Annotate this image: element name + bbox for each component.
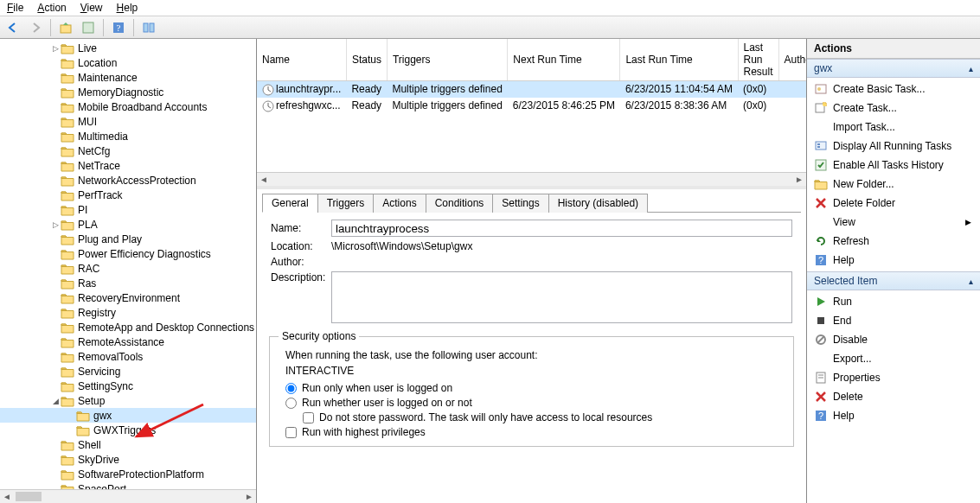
- tab-history[interactable]: History (disabled): [548, 194, 648, 213]
- folder-new-icon: [814, 177, 828, 191]
- action-label: Delete: [833, 391, 863, 403]
- actions-section-selected[interactable]: Selected Item▴: [807, 271, 980, 290]
- action-import-task[interactable]: Import Task...: [807, 118, 980, 137]
- menu-help[interactable]: Help: [117, 2, 138, 14]
- svg-rect-14: [817, 143, 820, 145]
- tree-item-shell[interactable]: Shell: [0, 437, 256, 452]
- help-icon: ?: [814, 409, 828, 423]
- tab-actions[interactable]: Actions: [373, 194, 426, 213]
- tree-item-plug-and-play[interactable]: Plug and Play: [0, 232, 256, 246]
- task-new-icon: [814, 101, 828, 115]
- tab-general[interactable]: General: [262, 194, 318, 213]
- tree-item-rac[interactable]: RAC: [0, 261, 256, 276]
- action-help[interactable]: ?Help: [807, 251, 980, 270]
- tree-item-power-efficiency-diagnostics[interactable]: Power Efficiency Diagnostics: [0, 246, 256, 261]
- tree-item-label: MUI: [78, 116, 97, 128]
- folder-icon: [61, 380, 74, 392]
- folder-icon: [61, 395, 74, 407]
- security-legend: Security options: [279, 330, 359, 342]
- task-row[interactable]: launchtraypr...ReadyMultiple triggers de…: [257, 81, 806, 98]
- tree-item-netcfg[interactable]: NetCfg: [0, 143, 256, 158]
- tab-triggers[interactable]: Triggers: [317, 194, 375, 213]
- col-last-run-time[interactable]: Last Run Time: [620, 39, 738, 81]
- folder-icon: [61, 307, 74, 319]
- tree-item-servicing[interactable]: Servicing: [0, 364, 256, 379]
- tree-item-recoveryenvironment[interactable]: RecoveryEnvironment: [0, 290, 256, 305]
- menu-file[interactable]: File: [7, 2, 23, 14]
- col-author[interactable]: Author: [778, 39, 806, 81]
- tree-item-gwx[interactable]: gwx: [0, 408, 256, 423]
- tree-item-removaltools[interactable]: RemovalTools: [0, 349, 256, 364]
- action-run[interactable]: Run: [807, 292, 980, 311]
- action-enable-all-tasks-history[interactable]: Enable All Tasks History: [807, 156, 980, 175]
- action-create-task[interactable]: Create Task...: [807, 99, 980, 118]
- action-end[interactable]: End: [807, 311, 980, 330]
- task-row[interactable]: refreshgwxc...ReadyMultiple triggers def…: [257, 98, 806, 114]
- tree-item-pi[interactable]: PI: [0, 202, 256, 217]
- tree-item-label: RemoteAssistance: [78, 336, 164, 348]
- tree-item-perftrack[interactable]: PerfTrack: [0, 188, 256, 202]
- tree-item-settingsync[interactable]: SettingSync: [0, 379, 256, 393]
- action-new-folder[interactable]: New Folder...: [807, 175, 980, 194]
- tree-item-mobile-broadband-accounts[interactable]: Mobile Broadband Accounts: [0, 99, 256, 114]
- toolbar: ?: [0, 16, 980, 39]
- col-triggers[interactable]: Triggers: [387, 39, 507, 81]
- col-last-run-result[interactable]: Last Run Result: [738, 39, 778, 81]
- check-no-store-password[interactable]: [303, 412, 314, 423]
- tree-item-skydrive[interactable]: SkyDrive: [0, 452, 256, 467]
- tree-item-pla[interactable]: ▷PLA: [0, 217, 256, 232]
- action-display-all-running-tasks[interactable]: Display All Running Tasks: [807, 137, 980, 156]
- menu-view[interactable]: View: [80, 2, 103, 14]
- action-view[interactable]: View▶: [807, 213, 980, 232]
- svg-rect-19: [817, 317, 824, 324]
- col-status[interactable]: Status: [346, 39, 387, 81]
- action-refresh[interactable]: Refresh: [807, 232, 980, 251]
- panes-button[interactable]: [139, 18, 158, 37]
- check-highest-priv[interactable]: [285, 427, 297, 438]
- col-name[interactable]: Name: [257, 39, 346, 81]
- tab-settings[interactable]: Settings: [492, 194, 548, 213]
- tree-item-networkaccessprotection[interactable]: NetworkAccessProtection: [0, 173, 256, 188]
- name-field[interactable]: [331, 220, 792, 237]
- action-export[interactable]: Export...: [807, 349, 980, 368]
- tree-item-live[interactable]: ▷Live: [0, 41, 256, 55]
- tree-scrollbar[interactable]: ◄►: [0, 489, 256, 503]
- tree-item-gwxtriggers[interactable]: GWXTriggers: [0, 423, 256, 437]
- tree-item-location[interactable]: Location: [0, 55, 256, 70]
- back-button[interactable]: [3, 18, 22, 37]
- properties-button[interactable]: [79, 18, 98, 37]
- tree-item-nettrace[interactable]: NetTrace: [0, 158, 256, 173]
- folder-icon: [61, 204, 74, 216]
- tree-item-maintenance[interactable]: Maintenance: [0, 70, 256, 85]
- expander-icon[interactable]: ▷: [50, 44, 61, 53]
- actions-section-gwx[interactable]: gwx▴: [807, 59, 980, 78]
- col-next-run-time[interactable]: Next Run Time: [508, 39, 620, 81]
- tree-item-mui[interactable]: MUI: [0, 114, 256, 129]
- expander-icon[interactable]: ◢: [50, 397, 61, 405]
- tree-item-softwareprotectionplatform[interactable]: SoftwareProtectionPlatform: [0, 467, 256, 481]
- expander-icon[interactable]: ▷: [50, 220, 61, 229]
- tree-item-memorydiagnostic[interactable]: MemoryDiagnostic: [0, 85, 256, 99]
- description-field[interactable]: [331, 271, 792, 323]
- actions-header: Actions: [807, 39, 980, 59]
- help-button[interactable]: ?: [109, 18, 128, 37]
- tree-item-setup[interactable]: ◢Setup: [0, 393, 256, 408]
- forward-button[interactable]: [26, 18, 45, 37]
- action-create-basic-task[interactable]: Create Basic Task...: [807, 80, 980, 99]
- action-delete[interactable]: Delete: [807, 387, 980, 406]
- tree-item-remoteapp-and-desktop-connections[interactable]: RemoteApp and Desktop Connections: [0, 320, 256, 334]
- tasklist-scrollbar[interactable]: ◄►: [257, 172, 806, 186]
- radio-logged-on[interactable]: [285, 383, 297, 394]
- up-button[interactable]: [56, 18, 75, 37]
- action-disable[interactable]: Disable: [807, 330, 980, 349]
- tree-item-ras[interactable]: Ras: [0, 276, 256, 290]
- tree-item-multimedia[interactable]: Multimedia: [0, 129, 256, 143]
- menu-action[interactable]: Action: [37, 2, 66, 14]
- action-help[interactable]: ?Help: [807, 406, 980, 425]
- tree-item-remoteassistance[interactable]: RemoteAssistance: [0, 334, 256, 349]
- action-delete-folder[interactable]: Delete Folder: [807, 194, 980, 213]
- tree-item-registry[interactable]: Registry: [0, 305, 256, 320]
- radio-whether[interactable]: [285, 398, 297, 409]
- action-properties[interactable]: Properties: [807, 368, 980, 387]
- tab-conditions[interactable]: Conditions: [426, 194, 494, 213]
